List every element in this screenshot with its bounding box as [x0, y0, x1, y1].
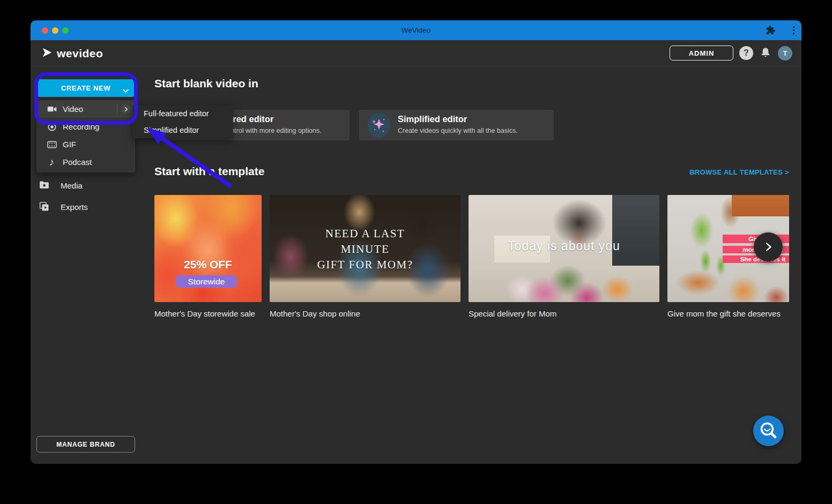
- sidebar-item-label: Exports: [61, 202, 88, 212]
- template-overlay-text: Today is about you: [469, 239, 659, 253]
- user-avatar[interactable]: T: [778, 46, 792, 61]
- search-help-fab[interactable]: [753, 416, 784, 446]
- next-templates-button[interactable]: [754, 232, 783, 261]
- admin-button[interactable]: ADMIN: [670, 46, 733, 61]
- template-caption: Mother's Day storewide sale: [154, 309, 255, 318]
- browser-menu-kebab-icon[interactable]: [788, 25, 799, 36]
- menu-item-podcast[interactable]: ♪ Podcast: [36, 153, 135, 171]
- menu-separator: [117, 104, 117, 113]
- magnifier-smile-icon: [758, 420, 779, 442]
- menu-item-label: Podcast: [63, 157, 92, 167]
- menu-item-label: Video: [63, 104, 83, 114]
- template-card-shop-online[interactable]: NEED A LAST MINUTE GIFT FOR MOM?: [270, 195, 460, 302]
- exports-icon: [39, 201, 50, 212]
- sidebar-item-label: Media: [61, 181, 83, 190]
- chevron-right-icon[interactable]: [121, 104, 131, 114]
- create-new-label: CREATE NEW: [61, 84, 110, 92]
- template-overlay-line: GIFT FOR MOM?: [270, 258, 460, 272]
- music-note-icon: ♪: [46, 156, 57, 168]
- logo-text: wevideo: [57, 47, 103, 60]
- sidebar-item-media[interactable]: Media: [36, 176, 135, 195]
- create-new-button[interactable]: CREATE NEW: [36, 79, 135, 97]
- chevron-right-icon: [762, 241, 774, 253]
- template-caption: Mother's Day shop online: [270, 309, 360, 318]
- editor-card-title: Simplified editor: [398, 114, 467, 124]
- video-submenu: Full-featured editor Simplified editor: [133, 105, 233, 138]
- blank-section-title: Start blank video in: [154, 77, 258, 90]
- create-new-dropdown: Video Recording GIF ♪: [36, 100, 135, 172]
- window-titlebar: WeVideo: [31, 20, 801, 40]
- menu-item-recording[interactable]: Recording: [36, 118, 135, 136]
- menu-item-gif[interactable]: GIF: [36, 136, 135, 153]
- submenu-item-simplified[interactable]: Simplified editor: [133, 122, 233, 138]
- help-icon[interactable]: ?: [739, 46, 753, 60]
- chevron-down-icon: [123, 86, 129, 94]
- template-card-special-delivery[interactable]: Today is about you: [469, 195, 659, 302]
- template-overlay-line: NEED A LAST: [270, 227, 460, 240]
- screenshot-stage: WeVideo wevideo ADMIN ? T: [0, 0, 832, 504]
- media-folder-icon: [39, 179, 50, 191]
- template-card-storewide-sale[interactable]: 25% OFF Storewide: [154, 195, 262, 302]
- app-header: wevideo ADMIN ? T: [31, 40, 801, 66]
- wevideo-play-icon: [41, 47, 53, 61]
- menu-item-label: Recording: [63, 122, 99, 131]
- window-title: WeVideo: [31, 20, 801, 40]
- simplified-editor-card[interactable]: Simplified editor Create videos quickly …: [359, 110, 554, 140]
- gif-filmstrip-icon: [46, 139, 57, 150]
- menu-item-video[interactable]: Video: [36, 100, 135, 118]
- manage-brand-button[interactable]: MANAGE BRAND: [36, 436, 135, 453]
- video-camera-icon: [46, 103, 57, 115]
- wevideo-logo[interactable]: wevideo: [41, 47, 103, 61]
- simplified-editor-sparkle-icon: [367, 112, 391, 140]
- notifications-bell-icon[interactable]: [759, 47, 772, 59]
- editor-card-subtitle: Create videos quickly with all the basic…: [398, 127, 518, 134]
- sidebar-item-exports[interactable]: Exports: [36, 197, 135, 216]
- template-section-title: Start with a template: [154, 165, 264, 178]
- menu-item-label: GIF: [63, 140, 76, 149]
- template-banner: She deserves it: [723, 255, 789, 263]
- browse-all-templates-link[interactable]: BROWSE ALL TEMPLATES >: [689, 168, 789, 176]
- extensions-puzzle-icon[interactable]: [764, 25, 776, 36]
- template-overlay-line: MINUTE: [270, 243, 460, 256]
- recording-icon: [46, 121, 57, 132]
- template-caption: Give mom the gift she deserves: [667, 309, 781, 318]
- browser-window: WeVideo wevideo ADMIN ? T: [31, 20, 801, 464]
- template-caption: Special delivery for Mom: [469, 309, 556, 318]
- template-overlay-text: 25% OFF: [154, 258, 262, 271]
- template-overlay-chip: Storewide: [176, 275, 237, 288]
- submenu-item-full-featured[interactable]: Full-featured editor: [133, 105, 233, 122]
